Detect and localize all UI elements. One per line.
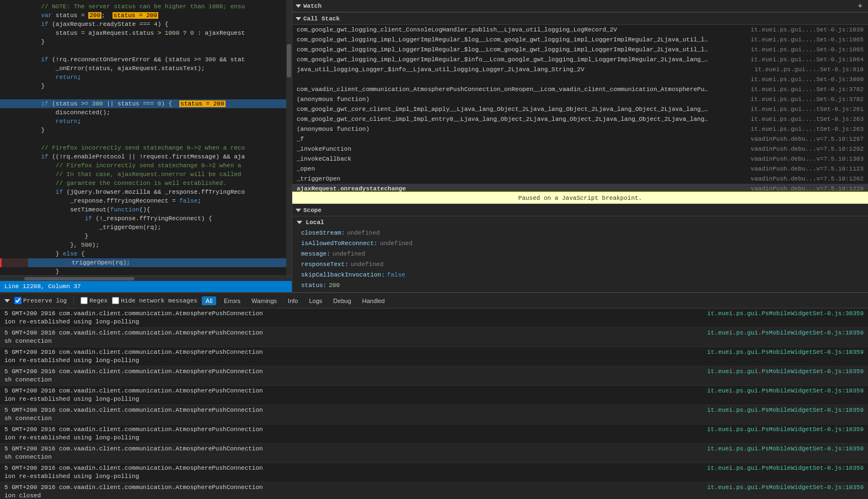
console-msg-link[interactable]: it.euei.ps.gui.PsMobileWidgetSet-0.js:10… (707, 387, 864, 395)
callstack-item[interactable]: com_google_gwt_logging_impl_LoggerImplRe… (292, 45, 868, 55)
scroll-track[interactable] (24, 277, 135, 280)
code-text: // NOTE: The server status can be higher… (26, 2, 245, 11)
callstack-loc: it.euei.ps.gui....Set-0.js:3800 (751, 76, 864, 83)
scope-val: undefined (347, 229, 379, 238)
console-msg-text: 5 GMT+200 2016 com.vaadin.client.communi… (4, 406, 703, 423)
line-number (4, 73, 21, 82)
watch-header[interactable]: Watch + (292, 0, 868, 12)
callstack-func: com_google_gwt_logging_impl_LoggerImplRe… (297, 36, 710, 43)
callstack-item-active[interactable]: ajaxRequest.onreadystatechange vaadinPus… (292, 184, 868, 192)
callstack-item[interactable]: (anonymous function) it.euei.ps.gui....t… (292, 124, 868, 134)
line-number (4, 11, 21, 20)
line-number (4, 205, 21, 214)
scope-key: responseText: (301, 260, 349, 269)
console-msg-text: 5 GMT+200 2016 com.vaadin.client.communi… (4, 329, 703, 346)
filter-handled-button[interactable]: Handled (359, 297, 388, 305)
scope-key: isAllowedToReconnect: (301, 239, 378, 248)
callstack-loc: it.euei.ps.gui....tSet-0.js:263 (751, 116, 864, 123)
scope-collapse-icon (296, 209, 301, 212)
vertical-scrollbar[interactable] (286, 0, 292, 275)
hide-network-checkbox[interactable]: Hide network messages (112, 297, 197, 304)
filter-logs-button[interactable]: Logs (306, 297, 325, 305)
code-text: } else { (26, 250, 85, 258)
console-message: 5 GMT+200 2016 com.vaadin.client.communi… (0, 347, 868, 367)
callstack-item[interactable]: com_google_gwt_core_client_impl_Impl_ent… (292, 114, 868, 124)
regex-input[interactable] (81, 297, 88, 304)
console-msg-text: 5 GMT+200 2016 com.vaadin.client.communi… (4, 445, 703, 461)
console-msg-link[interactable]: it.euei.ps.gui.PsMobileWidgetSet-0.js:10… (707, 329, 864, 337)
scope-local-group[interactable]: Local (292, 217, 868, 228)
console-msg-link[interactable]: it.euei.ps.gui.PsMobileWidgetSet-0.js:10… (707, 426, 864, 434)
scope-item: isAllowedToReconnect: undefined (292, 238, 868, 249)
line-number (4, 214, 21, 223)
console-msg-link[interactable]: it.euei.ps.gui.PsMobileWidgetSet-0.js:30… (707, 310, 864, 318)
watch-add-button[interactable]: + (856, 2, 865, 10)
console-msg-text: 5 GMT+200 2016 com.vaadin.client.communi… (4, 368, 703, 384)
callstack-loc: vaadinPush.debu...v=7.5.10:1292 (751, 146, 864, 152)
code-text: setTimeout(function(){ (26, 205, 150, 214)
console-msg-link[interactable]: it.euei.ps.gui.PsMobileWidgetSet-0.js:10… (707, 445, 864, 453)
line-number (4, 55, 21, 64)
code-line: status = ajaxRequest.status > 1000 ? 0 :… (0, 29, 292, 38)
callstack-item[interactable]: java_util_logging_Logger_$info__Ljava_ut… (292, 65, 868, 75)
console-msg-link[interactable]: it.euei.ps.gui.PsMobileWidgetSet-0.js:10… (707, 406, 864, 415)
scope-item-this[interactable]: this: XMLHttpRequest (292, 291, 868, 292)
callstack-item[interactable]: _triggerOpen vaadinPush.debu...v=7.5.10:… (292, 174, 868, 184)
regex-checkbox[interactable]: Regex (81, 297, 108, 304)
callstack-item[interactable]: _f vaadinPush.debu...v=7.5.10:1297 (292, 134, 868, 144)
console-message: 5 GMT+200 2016 com.vaadin.client.communi… (0, 367, 868, 386)
callstack-item[interactable]: _open vaadinPush.debu...v=7.5.10:1123 (292, 164, 868, 174)
callstack-item[interactable]: com_google_gwt_logging_impl_LoggerImplRe… (292, 55, 868, 65)
callstack-header[interactable]: Call Stack (292, 13, 868, 25)
scope-item: message: undefined (292, 249, 868, 259)
console-msg-link[interactable]: it.euei.ps.gui.PsMobileWidgetSet-0.js:10… (707, 464, 864, 473)
console-msg-text: 5 GMT+200 2016 com.vaadin.client.communi… (4, 464, 703, 481)
filter-errors-button[interactable]: Errors (221, 297, 244, 305)
scope-item: responseText: undefined (292, 259, 868, 270)
callstack-item[interactable]: (anonymous function) it.euei.ps.gui....S… (292, 94, 868, 104)
scope-key: message: (301, 250, 330, 259)
console-msg-link[interactable]: it.euei.ps.gui.PsMobileWidgetSet-0.js:10… (707, 348, 864, 357)
filter-all-button[interactable]: All (202, 296, 216, 305)
scroll-thumb[interactable] (287, 44, 291, 77)
code-line: if ((!rq.enableProtocol || !request.firs… (0, 152, 292, 161)
console-msg-text: 5 GMT+200 2016 com.vaadin.client.communi… (4, 484, 703, 499)
callstack-item[interactable]: com_google_gwt_core_client_impl_Impl_app… (292, 104, 868, 114)
debug-panel: Watch + Call Stack com_google_gwt_loggin… (292, 0, 868, 292)
code-line: if (jQuery.browser.mozilla && _response.… (0, 188, 292, 197)
callstack-loc: it.euei.ps.gui....Set-0.js:1065 (751, 46, 864, 53)
console-toolbar: Preserve log Regex Hide network messages… (0, 293, 868, 309)
code-content[interactable]: // NOTE: The server status can be higher… (0, 0, 292, 275)
line-number (4, 267, 21, 275)
callstack-item[interactable]: com_google_gwt_logging_impl_LoggerImplRe… (292, 35, 868, 45)
callstack-item[interactable]: _invokeCallback vaadinPush.debu...v=7.5.… (292, 154, 868, 164)
code-line: // NOTE: The server status can be higher… (0, 2, 292, 11)
code-line: } (0, 232, 292, 241)
code-line: } (0, 126, 292, 135)
callstack-item[interactable]: com_google_gwt_logging_client_ConsoleLog… (292, 25, 868, 35)
preserve-log-checkbox[interactable]: Preserve log (14, 297, 67, 304)
filter-warnings-button[interactable]: Warnings (248, 297, 280, 305)
console-msg-link[interactable]: it.euei.ps.gui.PsMobileWidgetSet-0.js:10… (707, 368, 864, 376)
watch-collapse-icon (296, 4, 301, 8)
code-text: if (ajaxRequest.readyState === 4) { (26, 20, 168, 29)
console-msg-link[interactable]: it.euei.ps.gui.PsMobileWidgetSet-0.js:10… (707, 484, 864, 492)
horizontal-scrollbar[interactable] (0, 275, 292, 281)
hide-network-input[interactable] (112, 297, 119, 304)
callstack-loc: it.euei.ps.gui....Set-0.js:1064 (751, 56, 864, 63)
console-msg-text: 5 GMT+200 2016 com.vaadin.client.communi… (4, 426, 703, 442)
scope-header[interactable]: Scope (292, 204, 868, 216)
code-text: disconnected(); (26, 108, 110, 117)
filter-debug-button[interactable]: Debug (330, 297, 354, 305)
preserve-log-input[interactable] (14, 297, 22, 304)
callstack-loc: vaadinPush.debu...v=7.5.10:1297 (751, 136, 864, 142)
watch-section: Watch + (292, 0, 868, 13)
filter-info-button[interactable]: Info (285, 297, 301, 305)
callstack-item[interactable]: _invokeFunction vaadinPush.debu...v=7.5.… (292, 144, 868, 154)
callstack-func: java_util_logging_Logger_$info__Ljava_ut… (297, 66, 585, 73)
callstack-item[interactable]: com_vaadin_client_communication_Atmosphe… (292, 84, 868, 94)
callstack-func: _triggerOpen (297, 176, 340, 182)
code-text: _response.ffTryingReconnect = false; (26, 197, 201, 205)
callstack-item[interactable]: it.euei.ps.gui....Set-0.js:3800 (292, 75, 868, 84)
callstack-loc: it.euei.ps.gui....tSet-0.js:261 (751, 106, 864, 113)
